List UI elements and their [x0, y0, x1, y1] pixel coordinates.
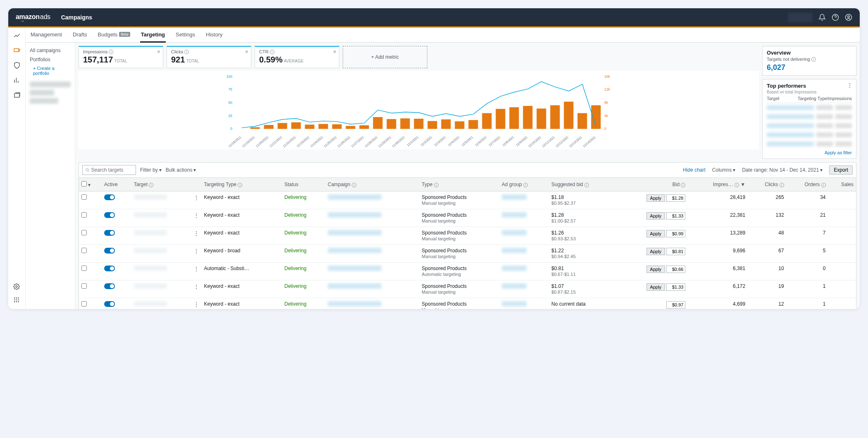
kebab-icon[interactable]: ⋮ — [193, 194, 199, 201]
info-icon[interactable]: i — [811, 57, 816, 62]
shield-icon[interactable] — [13, 62, 21, 69]
logo[interactable]: amazonads ⌣ — [16, 13, 50, 22]
bulk-actions-dropdown[interactable]: Bulk actions ▾ — [166, 167, 196, 173]
col-Active[interactable]: Active — [102, 178, 131, 191]
apply-button[interactable]: Apply — [646, 212, 665, 220]
overview-value[interactable]: 6,027 — [767, 63, 852, 72]
close-icon[interactable]: × — [333, 48, 336, 55]
bid-input[interactable] — [666, 230, 685, 237]
redacted-adgroup[interactable] — [502, 301, 527, 306]
search-input[interactable] — [91, 167, 134, 173]
redacted-adgroup[interactable] — [502, 248, 527, 253]
col-Status[interactable]: Status — [282, 178, 325, 191]
grid-icon[interactable] — [13, 297, 21, 304]
active-toggle[interactable] — [104, 194, 115, 200]
bid-input[interactable] — [666, 301, 685, 309]
col-Suggested bid[interactable]: Suggested bid i — [549, 178, 617, 191]
metric-card-impressions[interactable]: × Impressions i 157,117TOTAL — [79, 46, 163, 68]
redacted-target[interactable] — [134, 230, 167, 235]
col-checkbox[interactable]: ▾ — [79, 178, 102, 191]
tab-management[interactable]: Management — [30, 28, 63, 43]
col-Ad group[interactable]: Ad group i — [499, 178, 549, 191]
columns-dropdown[interactable]: Columns ▾ — [712, 167, 735, 173]
tp-row[interactable] — [767, 130, 852, 139]
bid-input[interactable] — [666, 283, 685, 291]
tab-settings[interactable]: Settings — [175, 28, 196, 43]
col-Clicks[interactable]: Clicks i — [748, 178, 787, 191]
redacted-adgroup[interactable] — [502, 283, 527, 289]
active-toggle[interactable] — [104, 301, 115, 307]
topbar-nav-campaigns[interactable]: Campaigns — [61, 14, 92, 21]
col-Orders[interactable]: Orders i — [787, 178, 828, 191]
metric-card-clicks[interactable]: × Clicks i 921TOTAL — [167, 46, 251, 68]
hide-chart-link[interactable]: Hide chart — [683, 167, 706, 173]
sidebar-create-portfolio[interactable]: + Create a portfolio — [30, 64, 71, 79]
redacted-adgroup[interactable] — [502, 212, 527, 218]
row-checkbox[interactable] — [81, 212, 87, 218]
trend-icon[interactable] — [13, 32, 21, 39]
info-icon[interactable]: i — [821, 183, 826, 187]
tp-row[interactable] — [767, 139, 852, 148]
kebab-icon[interactable]: ⋮ — [193, 212, 199, 219]
tab-budgets[interactable]: BudgetsBeta — [97, 28, 131, 43]
info-icon[interactable]: i — [734, 183, 739, 187]
redacted-adgroup[interactable] — [502, 266, 527, 271]
bid-input[interactable] — [666, 248, 685, 255]
close-icon[interactable]: × — [245, 48, 248, 55]
redacted-campaign[interactable] — [328, 301, 382, 306]
info-icon[interactable]: i — [238, 183, 242, 187]
bid-input[interactable] — [666, 194, 685, 202]
tp-row[interactable] — [767, 103, 852, 112]
col-Targeting Type[interactable]: Targeting Type i — [202, 178, 282, 191]
row-checkbox[interactable] — [81, 230, 87, 235]
active-toggle[interactable] — [104, 230, 115, 236]
date-range-dropdown[interactable]: Date range: Nov 14 - Dec 14, 2021 ▾ — [742, 167, 823, 173]
redacted-adgroup[interactable] — [502, 194, 527, 200]
tab-history[interactable]: History — [205, 28, 223, 43]
row-checkbox[interactable] — [81, 248, 87, 253]
apply-button[interactable]: Apply — [646, 248, 665, 255]
search-input-wrap[interactable] — [82, 165, 136, 175]
col-Sales[interactable]: Sales — [828, 178, 856, 191]
row-checkbox[interactable] — [81, 301, 87, 306]
kebab-icon[interactable]: ⋮ — [193, 230, 199, 237]
info-icon[interactable]: i — [523, 183, 528, 187]
redacted-campaign[interactable] — [328, 283, 382, 289]
active-toggle[interactable] — [104, 283, 115, 289]
col-Campaign[interactable]: Campaign i — [325, 178, 420, 191]
info-icon[interactable]: i — [584, 183, 589, 187]
help-icon[interactable] — [832, 14, 839, 21]
redacted-campaign[interactable] — [328, 212, 382, 218]
redacted-campaign[interactable] — [328, 194, 382, 200]
close-icon[interactable]: × — [157, 48, 160, 55]
apply-button[interactable]: Apply — [646, 266, 665, 273]
gear-icon[interactable] — [13, 283, 21, 291]
col-Impres…[interactable]: Impres… i ▼ — [688, 178, 748, 191]
tab-drafts[interactable]: Drafts — [72, 28, 88, 43]
kebab-icon[interactable]: ⋮ — [193, 266, 199, 272]
kebab-icon[interactable]: ⋮ — [847, 82, 853, 89]
info-icon[interactable]: i — [184, 50, 189, 54]
active-toggle[interactable] — [104, 266, 115, 271]
info-icon[interactable]: i — [681, 183, 685, 187]
add-metric-button[interactable]: + Add metric — [343, 46, 427, 68]
apply-button[interactable]: Apply — [646, 230, 665, 237]
col-Target[interactable]: Target i — [131, 178, 202, 191]
bid-input[interactable] — [666, 212, 685, 220]
sidebar-all-campaigns[interactable]: All campaigns — [30, 46, 71, 55]
col-Type[interactable]: Type i — [419, 178, 499, 191]
redacted-target[interactable] — [134, 194, 167, 200]
redacted-campaign[interactable] — [328, 248, 382, 253]
sidebar-portfolios[interactable]: Portfolios — [30, 55, 71, 64]
kebab-icon[interactable]: ⋮ — [193, 283, 199, 290]
redacted-target[interactable] — [134, 301, 167, 306]
bell-icon[interactable] — [818, 14, 826, 21]
kebab-icon[interactable]: ⋮ — [193, 301, 199, 308]
tp-row[interactable] — [767, 112, 852, 121]
user-icon[interactable] — [845, 14, 852, 21]
active-toggle[interactable] — [104, 212, 115, 218]
info-icon[interactable]: i — [780, 183, 784, 187]
info-icon[interactable]: i — [434, 183, 439, 187]
apply-as-filter-link[interactable]: Apply as filter — [767, 148, 852, 155]
tab-targeting[interactable]: Targeting — [140, 28, 166, 43]
